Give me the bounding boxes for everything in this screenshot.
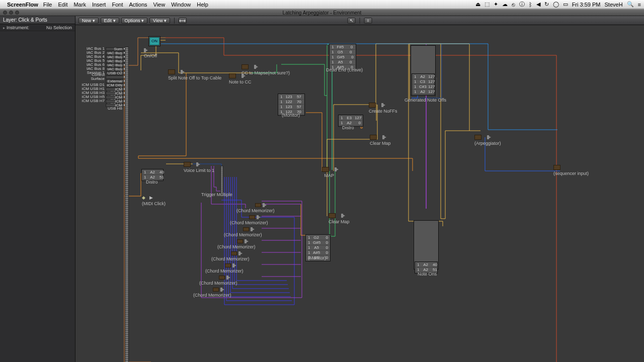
window-titlebar: Latching Arpeggiator - Environment (0, 9, 644, 16)
voicelimit-object[interactable]: Voice Limit to 1 (184, 162, 214, 173)
cables (75, 25, 644, 362)
menu-window[interactable]: Window (171, 2, 191, 8)
chord-memorizer-object[interactable] (249, 214, 259, 220)
inspector-panel: Layer: Click & Ports Instrument: No Sele… (0, 16, 75, 362)
seqinput-object[interactable]: (sequencer input) (553, 165, 589, 176)
chord-memorizer-label: (Chord Memorizer) (224, 232, 262, 237)
toolbar-new[interactable]: New ▾ (78, 18, 99, 24)
physical-input-list: IAC Bus 1Sum▸IAC Bus 2IAC Bus 2▸IAC Bus … (77, 47, 127, 107)
chord-memorizer-label: (Chord Memorizer) (211, 256, 250, 261)
chord-memorizer-object[interactable] (231, 250, 240, 256)
chord-memorizer-label: (Chord Memorizer) (217, 244, 256, 249)
toolbar-view[interactable]: View ▾ (149, 18, 170, 24)
pointer-tool[interactable]: ↖ (348, 18, 356, 24)
layers-tool[interactable]: ⌗ (364, 18, 372, 24)
output-pin[interactable] (144, 48, 146, 52)
splitnote-object[interactable]: Split Note Off to Top Cable (168, 69, 221, 80)
chord-memorizer-object[interactable] (243, 226, 253, 232)
menu-view[interactable]: View (153, 2, 166, 8)
arpeggiator-object[interactable]: (Arpeggiator) (474, 135, 501, 146)
status-icon[interactable]: ⓘ (519, 1, 525, 8)
gennoteoffs-monitor[interactable]: 1A21271C31271C#31271A2127 (412, 73, 435, 96)
chord-memorizer-label: (Chord Memorizer) (205, 268, 244, 274)
menu-font[interactable]: Font (112, 2, 123, 8)
menu-mark[interactable]: Mark (73, 2, 86, 8)
status-icon[interactable]: ✦ (494, 1, 498, 8)
cctomap-object[interactable]: CC to Mapse(not sure?) (242, 64, 290, 75)
menu-help[interactable]: Help (197, 2, 208, 8)
chord-memorizer-object[interactable] (219, 275, 228, 280)
window-title: Latching Arpeggiator - Environment (283, 10, 362, 16)
onoff-label: On/Off (144, 53, 157, 58)
status-icon[interactable]: ⏏ (475, 1, 480, 8)
trigger-multiple-strip[interactable] (220, 166, 223, 194)
menu-edit[interactable]: Edit (58, 2, 67, 8)
onoff-object[interactable]: ON (148, 36, 160, 46)
app-name[interactable]: ScreenFlow (7, 2, 38, 8)
clock[interactable]: Fri 3:59 PM (572, 2, 601, 8)
spotlight-icon[interactable]: 🔍 (627, 1, 634, 8)
clearmap1-object[interactable]: Clear Map (370, 135, 391, 146)
instrument-row[interactable]: Instrument: No Selection (0, 24, 75, 31)
close-button[interactable] (3, 11, 7, 15)
midiclick-object[interactable]: ◆▶ (MIDI Click) (142, 195, 166, 206)
toolbar-link-icon[interactable]: ⟷ (179, 18, 187, 24)
status-icon[interactable]: ☁ (502, 1, 508, 8)
environment-workspace[interactable]: New ▾ Edit ▾ Options ▾ View ▾ ⟷ ↖ ⌗ (75, 16, 644, 362)
clearmap2-object[interactable]: Clear Map (329, 213, 350, 224)
minimize-button[interactable] (9, 11, 13, 15)
vertical-ruler (125, 47, 129, 362)
list-icon[interactable]: ≡ (638, 2, 641, 8)
battery-icon[interactable]: ◯ (553, 1, 559, 8)
chord-memorizer-object[interactable] (213, 287, 222, 292)
menu-insert[interactable]: Insert (92, 2, 106, 8)
menu-file[interactable]: File (43, 2, 52, 8)
chord-memorizer-object[interactable] (225, 262, 234, 268)
display-icon[interactable]: ▭ (563, 1, 568, 8)
createnoffs-object[interactable]: Create NoFFs (369, 103, 397, 114)
toolbar-edit[interactable]: Edit ▾ (101, 18, 119, 24)
layer-selector[interactable]: Layer: Click & Ports (0, 16, 75, 24)
onoff-button[interactable]: ON (149, 37, 159, 45)
chord-memorizer-label: (Chord Memorizer) (199, 281, 237, 286)
environment-canvas[interactable]: IAC Bus 1Sum▸IAC Bus 2IAC Bus 2▸IAC Bus … (75, 25, 644, 362)
zoom-button[interactable] (15, 11, 19, 15)
chord-memorizer-object[interactable] (255, 202, 265, 208)
map-object[interactable]: MAP (322, 167, 337, 178)
status-icon[interactable]: ⎋ (512, 2, 515, 8)
chord-memorizer-label: (Chord Memorizer) (230, 220, 268, 225)
volume-icon[interactable]: ◀ (536, 1, 540, 8)
user-name[interactable]: SteveH (605, 2, 623, 8)
chord-memorizer-label: (Chord Memorizer) (193, 293, 231, 298)
menu-actions[interactable]: Actions (129, 2, 147, 8)
toolbar-options[interactable]: Options ▾ (121, 18, 148, 24)
sync-icon[interactable]: ↻ (544, 1, 549, 8)
environment-toolbar: New ▾ Edit ▾ Options ▾ View ▾ ⟷ ↖ ⌗ (75, 16, 644, 25)
chord-memorizer-label: (Chord Memorizer) (236, 208, 275, 213)
chord-memorizer-object[interactable] (237, 238, 247, 244)
status-icon[interactable]: ⬚ (485, 1, 490, 8)
mac-menubar: ScreenFlow File Edit Mark Insert Font Ac… (0, 0, 644, 9)
bluetooth-icon[interactable]: ᛒ (529, 2, 532, 8)
